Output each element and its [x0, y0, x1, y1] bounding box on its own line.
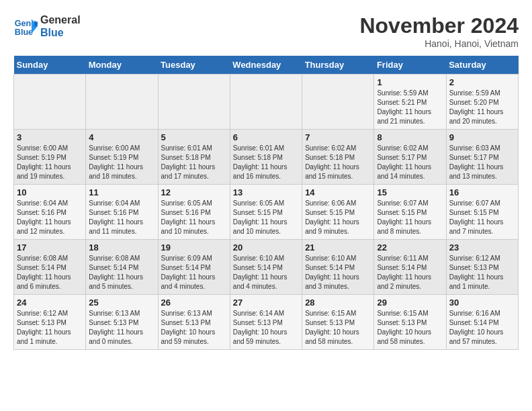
day-number: 27 [233, 298, 299, 308]
day-number: 6 [233, 132, 299, 142]
calendar-cell: 2Sunrise: 5:59 AM Sunset: 5:20 PM Daylig… [446, 75, 518, 130]
calendar-cell [302, 75, 374, 130]
day-info: Sunrise: 6:15 AM Sunset: 5:13 PM Dayligh… [305, 309, 371, 347]
day-number: 23 [449, 242, 515, 253]
calendar-cell: 5Sunrise: 6:01 AM Sunset: 5:18 PM Daylig… [158, 130, 230, 185]
calendar-cell [14, 75, 86, 130]
day-number: 25 [89, 298, 154, 308]
calendar-cell: 21Sunrise: 6:10 AM Sunset: 5:14 PM Dayli… [302, 240, 374, 295]
day-number: 3 [17, 132, 83, 142]
day-info: Sunrise: 6:00 AM Sunset: 5:19 PM Dayligh… [89, 144, 154, 181]
day-number: 9 [449, 132, 515, 142]
month-title: November 2024 [359, 13, 519, 38]
day-number: 15 [377, 187, 443, 197]
day-number: 24 [17, 298, 83, 308]
calendar-cell: 7Sunrise: 6:02 AM Sunset: 5:18 PM Daylig… [302, 130, 374, 185]
calendar-cell: 14Sunrise: 6:06 AM Sunset: 5:15 PM Dayli… [302, 185, 374, 240]
day-number: 21 [305, 242, 371, 253]
calendar-cell: 27Sunrise: 6:14 AM Sunset: 5:13 PM Dayli… [230, 295, 302, 350]
day-info: Sunrise: 6:05 AM Sunset: 5:16 PM Dayligh… [161, 199, 227, 236]
day-info: Sunrise: 6:00 AM Sunset: 5:19 PM Dayligh… [17, 144, 83, 181]
day-info: Sunrise: 6:02 AM Sunset: 5:18 PM Dayligh… [305, 144, 371, 181]
calendar-cell: 16Sunrise: 6:07 AM Sunset: 5:15 PM Dayli… [446, 185, 518, 240]
day-info: Sunrise: 6:10 AM Sunset: 5:14 PM Dayligh… [233, 254, 299, 291]
calendar-cell: 24Sunrise: 6:12 AM Sunset: 5:13 PM Dayli… [14, 295, 86, 350]
day-number: 17 [17, 242, 83, 253]
calendar-cell: 11Sunrise: 6:04 AM Sunset: 5:16 PM Dayli… [86, 185, 158, 240]
day-number: 11 [89, 187, 154, 197]
day-number: 30 [449, 298, 515, 308]
day-info: Sunrise: 6:15 AM Sunset: 5:13 PM Dayligh… [377, 309, 443, 347]
day-number: 22 [377, 242, 443, 253]
day-number: 14 [305, 187, 371, 197]
day-header-wednesday: Wednesday [230, 56, 302, 75]
day-header-tuesday: Tuesday [158, 56, 230, 75]
calendar-week-row: 24Sunrise: 6:12 AM Sunset: 5:13 PM Dayli… [14, 295, 519, 350]
calendar-cell: 15Sunrise: 6:07 AM Sunset: 5:15 PM Dayli… [374, 185, 446, 240]
day-number: 7 [305, 132, 371, 142]
day-info: Sunrise: 6:09 AM Sunset: 5:14 PM Dayligh… [161, 254, 227, 291]
calendar-cell: 23Sunrise: 6:12 AM Sunset: 5:13 PM Dayli… [446, 240, 518, 295]
day-number: 12 [161, 187, 227, 197]
calendar-cell: 12Sunrise: 6:05 AM Sunset: 5:16 PM Dayli… [158, 185, 230, 240]
calendar-cell: 28Sunrise: 6:15 AM Sunset: 5:13 PM Dayli… [302, 295, 374, 350]
logo-icon: General Blue [13, 14, 38, 38]
day-info: Sunrise: 6:13 AM Sunset: 5:13 PM Dayligh… [89, 309, 154, 347]
day-number: 16 [449, 187, 515, 197]
calendar-week-row: 10Sunrise: 6:04 AM Sunset: 5:16 PM Dayli… [14, 185, 519, 240]
day-info: Sunrise: 6:02 AM Sunset: 5:17 PM Dayligh… [377, 144, 443, 181]
calendar-cell [230, 75, 302, 130]
day-number: 8 [377, 132, 443, 142]
day-info: Sunrise: 6:07 AM Sunset: 5:15 PM Dayligh… [449, 199, 515, 236]
calendar-week-row: 3Sunrise: 6:00 AM Sunset: 5:19 PM Daylig… [14, 130, 519, 185]
day-number: 4 [89, 132, 154, 142]
calendar-cell: 19Sunrise: 6:09 AM Sunset: 5:14 PM Dayli… [158, 240, 230, 295]
day-info: Sunrise: 6:12 AM Sunset: 5:13 PM Dayligh… [17, 309, 83, 347]
logo-general: General [40, 13, 81, 26]
day-info: Sunrise: 6:08 AM Sunset: 5:14 PM Dayligh… [17, 254, 83, 291]
calendar-table: SundayMondayTuesdayWednesdayThursdayFrid… [13, 56, 519, 350]
day-info: Sunrise: 6:12 AM Sunset: 5:13 PM Dayligh… [449, 254, 515, 291]
calendar-cell: 18Sunrise: 6:08 AM Sunset: 5:14 PM Dayli… [86, 240, 158, 295]
day-info: Sunrise: 6:10 AM Sunset: 5:14 PM Dayligh… [305, 254, 371, 291]
day-info: Sunrise: 6:05 AM Sunset: 5:15 PM Dayligh… [233, 199, 299, 236]
calendar-cell: 26Sunrise: 6:13 AM Sunset: 5:13 PM Dayli… [158, 295, 230, 350]
calendar-cell: 29Sunrise: 6:15 AM Sunset: 5:13 PM Dayli… [374, 295, 446, 350]
day-number: 1 [377, 77, 443, 87]
day-info: Sunrise: 6:14 AM Sunset: 5:13 PM Dayligh… [233, 309, 299, 347]
title-block: November 2024 Hanoi, Hanoi, Vietnam [359, 13, 519, 49]
calendar-cell: 10Sunrise: 6:04 AM Sunset: 5:16 PM Dayli… [14, 185, 86, 240]
calendar-cell: 8Sunrise: 6:02 AM Sunset: 5:17 PM Daylig… [374, 130, 446, 185]
day-info: Sunrise: 5:59 AM Sunset: 5:21 PM Dayligh… [377, 89, 443, 126]
location-subtitle: Hanoi, Hanoi, Vietnam [359, 38, 519, 49]
calendar-cell: 30Sunrise: 6:16 AM Sunset: 5:14 PM Dayli… [446, 295, 518, 350]
day-header-sunday: Sunday [14, 56, 86, 75]
day-number: 18 [89, 242, 154, 253]
day-info: Sunrise: 6:07 AM Sunset: 5:15 PM Dayligh… [377, 199, 443, 236]
day-info: Sunrise: 6:03 AM Sunset: 5:17 PM Dayligh… [449, 144, 515, 181]
day-header-monday: Monday [86, 56, 158, 75]
day-number: 10 [17, 187, 83, 197]
calendar-cell: 4Sunrise: 6:00 AM Sunset: 5:19 PM Daylig… [86, 130, 158, 185]
logo: General Blue General Blue [13, 13, 81, 39]
day-header-thursday: Thursday [302, 56, 374, 75]
day-number: 2 [449, 77, 515, 87]
calendar-cell: 3Sunrise: 6:00 AM Sunset: 5:19 PM Daylig… [14, 130, 86, 185]
day-info: Sunrise: 5:59 AM Sunset: 5:20 PM Dayligh… [449, 89, 515, 126]
day-info: Sunrise: 6:06 AM Sunset: 5:15 PM Dayligh… [305, 199, 371, 236]
logo-blue: Blue [40, 26, 81, 39]
day-number: 20 [233, 242, 299, 253]
calendar-header-row: SundayMondayTuesdayWednesdayThursdayFrid… [14, 56, 519, 75]
calendar-cell: 6Sunrise: 6:01 AM Sunset: 5:18 PM Daylig… [230, 130, 302, 185]
calendar-cell: 22Sunrise: 6:11 AM Sunset: 5:14 PM Dayli… [374, 240, 446, 295]
calendar-week-row: 17Sunrise: 6:08 AM Sunset: 5:14 PM Dayli… [14, 240, 519, 295]
day-number: 5 [161, 132, 227, 142]
calendar-cell: 20Sunrise: 6:10 AM Sunset: 5:14 PM Dayli… [230, 240, 302, 295]
day-number: 26 [161, 298, 227, 308]
day-number: 29 [377, 298, 443, 308]
day-info: Sunrise: 6:16 AM Sunset: 5:14 PM Dayligh… [449, 309, 515, 347]
day-info: Sunrise: 6:11 AM Sunset: 5:14 PM Dayligh… [377, 254, 443, 291]
calendar-cell: 9Sunrise: 6:03 AM Sunset: 5:17 PM Daylig… [446, 130, 518, 185]
calendar-cell [158, 75, 230, 130]
day-number: 28 [305, 298, 371, 308]
